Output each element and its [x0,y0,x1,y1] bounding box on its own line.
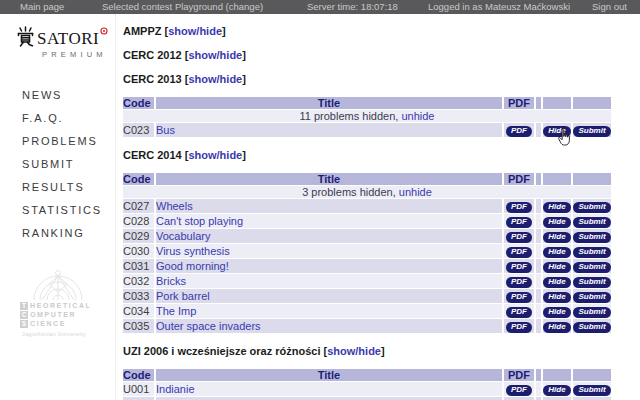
submit-button[interactable]: Submit [573,126,610,137]
pdf-button[interactable]: PDF [506,126,532,137]
problems-table: CodeTitlePDF11 problems hidden, unhideC0… [121,96,613,138]
sidebar-item-ranking[interactable]: RANKING [22,228,102,239]
hide-button[interactable]: Hide [543,202,570,213]
column-header-pdf: PDF [504,369,534,381]
pdf-cell: PDF [504,319,534,333]
sidebar-item-submit[interactable]: SUBMIT [22,159,102,170]
spacer-cell [536,199,541,213]
pdf-cell: PDF [504,259,534,273]
hide-button[interactable]: Hide [543,277,570,288]
tcs-letter-rest: HEORETICAL [30,302,92,310]
satori-kanji-icon [16,26,35,47]
hide-button[interactable]: Hide [543,385,570,396]
hide-button[interactable]: Hide [543,247,570,258]
hidden-count-text: 3 problems hidden, [302,186,396,198]
pdf-button[interactable]: PDF [506,262,532,273]
hide-button[interactable]: Hide [543,262,570,273]
sidebar-item-problems[interactable]: PROBLEMS [22,136,102,147]
submit-button[interactable]: Submit [573,232,610,243]
pdf-button[interactable]: PDF [506,247,532,258]
submit-button[interactable]: Submit [573,292,610,303]
submit-button[interactable]: Submit [573,385,610,396]
pdf-button[interactable]: PDF [506,202,532,213]
pdf-cell: PDF [504,244,534,258]
hide-cell: Hide [543,199,571,213]
hide-cell: Hide [543,304,571,318]
submit-button[interactable]: Submit [573,217,610,228]
pdf-button[interactable]: PDF [506,232,532,243]
problem-title-link[interactable]: Indianie [156,383,195,395]
submit-button[interactable]: Submit [573,322,610,333]
problem-row: C023BusPDFHideSubmit [123,123,611,137]
problem-code: U001 [123,382,154,396]
hide-button[interactable]: Hide [543,292,570,303]
problem-code: C035 [123,319,154,333]
submit-cell: Submit [573,382,611,396]
unhide-link[interactable]: unhide [401,110,434,122]
hide-button[interactable]: Hide [543,232,570,243]
problem-code: C033 [123,289,154,303]
problem-title-link[interactable]: Good morning! [156,260,229,272]
pdf-button[interactable]: PDF [506,277,532,288]
problem-title-link[interactable]: Wheels [156,200,193,212]
problem-row: C032BricksPDFHideSubmit [123,274,611,288]
column-header-spacer [536,369,541,381]
submit-button[interactable]: Submit [573,262,610,273]
sidebar-item-statistics[interactable]: STATISTICS [22,205,102,216]
pdf-button[interactable]: PDF [506,292,532,303]
section-heading: CERC 2012 [show/hide] [123,49,621,62]
submit-button[interactable]: Submit [573,277,610,288]
sidebar-item-results[interactable]: RESULTS [22,182,102,193]
problem-title-link[interactable]: Vocabulary [156,230,210,242]
problem-title-link[interactable]: The Imp [156,305,196,317]
problem-title-link[interactable]: Bus [156,124,175,136]
sign-out-link[interactable]: Sign out [592,0,627,14]
pdf-button[interactable]: PDF [506,217,532,228]
hide-button[interactable]: Hide [543,217,570,228]
hide-button[interactable]: Hide [543,307,570,318]
submit-button[interactable]: Submit [573,307,610,318]
hide-cell: Hide [543,319,571,333]
problem-code: C023 [123,123,154,137]
problem-title-link[interactable]: Bricks [156,275,186,287]
section-heading: UZI 2006 i wcześniejsze oraz różności [s… [123,345,621,358]
problem-title-cell: Good morning! [156,259,502,273]
pdf-button[interactable]: PDF [506,385,532,396]
show-hide-link[interactable]: show/hide [188,73,242,85]
show-hide-link[interactable]: show/hide [327,345,381,357]
submit-button[interactable]: Submit [573,202,610,213]
sidebar: SATORI PREMIUM NEWSF.A.Q.PROBLEMSSUBMITR… [0,14,116,400]
pdf-button[interactable]: PDF [506,307,532,318]
problem-code: C029 [123,229,154,243]
problem-title-link[interactable]: Pork barrel [156,290,210,302]
sidebar-item-faq[interactable]: F.A.Q. [22,113,102,124]
bracket-close: ] [242,73,246,85]
pdf-button[interactable]: PDF [506,322,532,333]
problem-row: C033Pork barrelPDFHideSubmit [123,289,611,303]
hide-cell: Hide [543,259,571,273]
column-header-submit [573,369,611,381]
column-header-spacer [536,173,541,185]
hide-button[interactable]: Hide [543,126,570,137]
problem-title-link[interactable]: Virus synthesis [156,245,230,257]
main-page-link[interactable]: Main page [20,0,64,14]
problem-title-cell: Virus synthesis [156,244,502,258]
show-hide-link[interactable]: show/hide [168,25,222,37]
bracket-close: ] [222,25,226,37]
show-hide-link[interactable]: show/hide [188,149,242,161]
problem-title-link[interactable]: Can't stop playing [156,215,243,227]
selected-contest-link[interactable]: Selected contest Playground (change) [102,0,263,14]
problem-title-link[interactable]: Outer space invaders [156,320,261,332]
submit-button[interactable]: Submit [573,247,610,258]
column-header-hide [543,173,571,185]
tcs-text-lines: THEORETICALCOMPUTERSCIENCE [12,302,104,328]
problem-title-cell: Bricks [156,274,502,288]
sidebar-item-news[interactable]: NEWS [22,90,102,101]
show-hide-link[interactable]: show/hide [188,49,242,61]
column-header-submit [573,97,611,109]
satori-logo[interactable]: SATORI PREMIUM [16,26,108,59]
hidden-problems-row: 3 problems hidden, unhide [123,186,611,198]
hide-button[interactable]: Hide [543,322,570,333]
section-title: CERC 2014 [123,149,182,161]
unhide-link[interactable]: unhide [399,186,432,198]
